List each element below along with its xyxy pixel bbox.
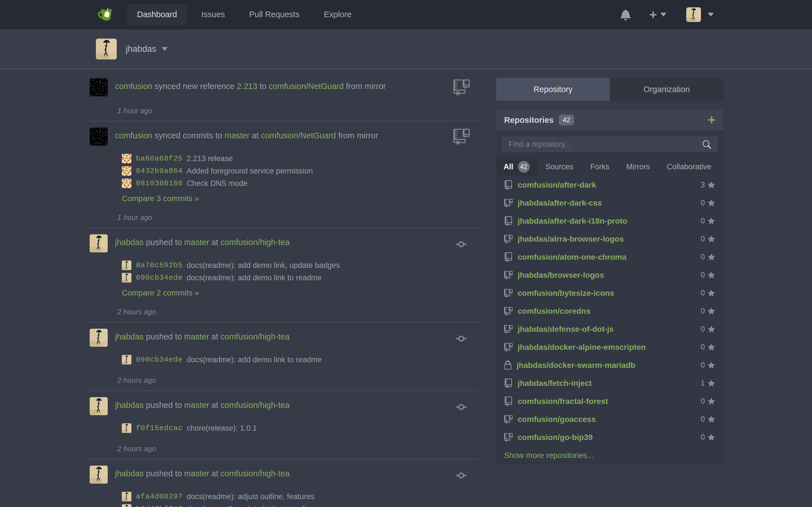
actor-avatar[interactable] bbox=[90, 466, 108, 484]
commit-row: 0432b9a864 Added foreground service perm… bbox=[122, 165, 479, 177]
star-icon bbox=[707, 415, 716, 424]
context-avatar bbox=[96, 39, 117, 59]
notifications-bell-icon[interactable] bbox=[620, 9, 631, 20]
feed-type-icon bbox=[453, 469, 470, 482]
top-navbar: DashboardIssuesPull RequestsExplore + bbox=[0, 0, 812, 29]
nav-item-explore[interactable]: Explore bbox=[314, 4, 362, 25]
commit-sha-link[interactable]: 090cb34ede bbox=[136, 355, 183, 364]
tab-organization[interactable]: Organization bbox=[610, 78, 723, 101]
repo-name-link[interactable]: comfusion/go-bip39 bbox=[518, 433, 593, 442]
commit-sha-link[interactable]: afa4d08297 bbox=[136, 492, 183, 501]
commit-sha-link[interactable]: f0f15edcac bbox=[136, 424, 183, 432]
right-sidebar: RepositoryOrganization Repositories 42 +… bbox=[496, 69, 723, 464]
feed-link[interactable]: comfusion/high-tea bbox=[220, 469, 290, 478]
commit-message: docs(readme): add demo link to readme bbox=[187, 355, 322, 364]
commit-sha-link[interactable]: 0432b9a864 bbox=[136, 167, 183, 175]
feed-link[interactable]: comfusion/high-tea bbox=[220, 332, 290, 341]
feed-link[interactable]: comfusion/NetGuard bbox=[261, 131, 336, 140]
filter-mirrors[interactable]: Mirrors bbox=[618, 158, 658, 176]
actor-avatar[interactable] bbox=[90, 78, 108, 96]
tab-repository[interactable]: Repository bbox=[496, 78, 610, 101]
repo-name-link[interactable]: comfusion/fractal-forest bbox=[518, 397, 608, 406]
actor-avatar[interactable] bbox=[90, 397, 108, 415]
feed-link[interactable]: jhabdas bbox=[115, 332, 144, 341]
repo-star-count: 0 bbox=[701, 289, 705, 297]
user-avatar[interactable] bbox=[686, 7, 701, 22]
repo-name-link[interactable]: comfusion/after-dark bbox=[518, 180, 596, 189]
commit-sha-link[interactable]: ba60a68f25 bbox=[136, 154, 183, 163]
feed-link[interactable]: master bbox=[184, 332, 209, 341]
repo-name-link[interactable]: jhabdas/defense-of-dot-js bbox=[518, 325, 614, 334]
gitea-logo-icon[interactable] bbox=[98, 6, 114, 23]
repo-name-link[interactable]: comfusion/coredns bbox=[518, 307, 591, 316]
filter-all[interactable]: All 42 bbox=[496, 158, 537, 176]
user-menu-chevron-icon[interactable] bbox=[708, 13, 714, 17]
context-chevron-icon[interactable] bbox=[161, 47, 168, 51]
repository-search-input[interactable] bbox=[502, 136, 718, 152]
actor-avatar[interactable] bbox=[90, 329, 108, 347]
committer-avatar bbox=[122, 492, 132, 501]
repo-name-link[interactable]: jhabdas/alrra-browser-logos bbox=[518, 235, 624, 244]
feed-timestamp: 2 hours ago bbox=[117, 307, 479, 316]
repo-name-link[interactable]: jhabdas/docker-alpine-emscripten bbox=[518, 343, 646, 352]
repo-star-count: 0 bbox=[701, 199, 705, 207]
feed-link[interactable]: comfusion/NetGuard bbox=[269, 82, 344, 91]
nav-item-pull-requests[interactable]: Pull Requests bbox=[239, 4, 310, 25]
commit-sha-link[interactable]: b8d42bf742 bbox=[136, 505, 183, 507]
repo-name-link[interactable]: comfusion/bytesize-icons bbox=[518, 289, 614, 298]
feed-link[interactable]: 2.213 bbox=[237, 82, 257, 91]
feed-type-icon bbox=[453, 333, 470, 344]
compare-commits-link[interactable]: Compare 3 commits » bbox=[122, 194, 479, 203]
feed-link[interactable]: jhabdas bbox=[115, 469, 144, 478]
feed-link[interactable]: comfusion bbox=[115, 82, 152, 91]
feed-link[interactable]: comfusion/high-tea bbox=[220, 400, 290, 409]
repo-name-link[interactable]: jhabdas/fetch-inject bbox=[518, 379, 592, 388]
commit-sha-link[interactable]: 0810386186 bbox=[136, 179, 183, 187]
nav-item-dashboard[interactable]: Dashboard bbox=[127, 4, 187, 25]
show-more-repositories-link[interactable]: Show more repositories... bbox=[496, 446, 723, 464]
feed-link[interactable]: master bbox=[184, 400, 209, 409]
feed-link[interactable]: master bbox=[224, 131, 250, 140]
feed-item: jhabdas pushed to master at comfusion/hi… bbox=[87, 323, 479, 391]
repo-name-link[interactable]: comfusion/goaccess bbox=[518, 415, 596, 424]
nav-item-issues[interactable]: Issues bbox=[191, 4, 235, 25]
feed-link[interactable]: jhabdas bbox=[115, 238, 144, 247]
feed-text: at bbox=[209, 400, 220, 409]
add-repository-button[interactable]: + bbox=[708, 115, 716, 125]
commit-sha-link[interactable]: 090cb34ede bbox=[136, 274, 183, 282]
filter-sources[interactable]: Sources bbox=[537, 158, 582, 176]
feed-link[interactable]: comfusion/high-tea bbox=[220, 238, 290, 247]
repo-name-link[interactable]: jhabdas/browser-logos bbox=[518, 271, 604, 280]
repo-row: jhabdas/docker-alpine-emscripten 0 bbox=[496, 338, 723, 356]
create-new-menu[interactable]: + bbox=[649, 8, 666, 21]
repo-name-link[interactable]: jhabdas/after-dark-css bbox=[518, 199, 602, 208]
actor-avatar[interactable] bbox=[90, 128, 108, 146]
feed-item: jhabdas pushed to master at comfusion/hi… bbox=[87, 228, 479, 323]
repo-name-link[interactable]: jhabdas/after-dark-i18n-proto bbox=[518, 217, 627, 226]
repo-name-link[interactable]: comfusion/atom-one-chroma bbox=[518, 252, 626, 262]
commit-list: 090cb34ede docs(readme): add demo link t… bbox=[122, 353, 479, 366]
repo-row: comfusion/atom-one-chroma 0 bbox=[496, 248, 723, 266]
repo-star-count: 0 bbox=[701, 271, 705, 279]
context-username[interactable]: jhabdas bbox=[126, 44, 156, 54]
repo-stars: 0 bbox=[701, 307, 716, 316]
compare-commits-link[interactable]: Compare 2 commits » bbox=[122, 288, 479, 297]
star-icon bbox=[707, 361, 716, 370]
feed-link[interactable]: comfusion bbox=[115, 131, 152, 140]
search-icon[interactable] bbox=[702, 140, 711, 149]
commit-sha-link[interactable]: 8a76c592b5 bbox=[136, 261, 183, 270]
feed-link[interactable]: master bbox=[184, 469, 209, 478]
feed-item: comfusion synced commits to master at co… bbox=[87, 121, 479, 228]
commit-list: f0f15edcac chore(release): 1.0.1 bbox=[122, 422, 479, 434]
repo-stars: 0 bbox=[701, 361, 716, 370]
repo-name-link[interactable]: jhabdas/docker-swarm-mariadb bbox=[516, 361, 636, 370]
feed-link[interactable]: master bbox=[184, 238, 209, 247]
star-icon bbox=[707, 181, 716, 189]
repo-row: comfusion/goaccess 0 bbox=[496, 410, 723, 429]
filter-collaborative[interactable]: Collaborative bbox=[658, 158, 720, 176]
repository-filters: All 42 Sources Forks Mirrors Collaborati… bbox=[496, 158, 723, 176]
filter-forks[interactable]: Forks bbox=[582, 158, 618, 176]
actor-avatar[interactable] bbox=[90, 234, 108, 252]
commit-message: docs(readme): add demo link, update badg… bbox=[187, 261, 340, 270]
feed-link[interactable]: jhabdas bbox=[115, 400, 144, 409]
